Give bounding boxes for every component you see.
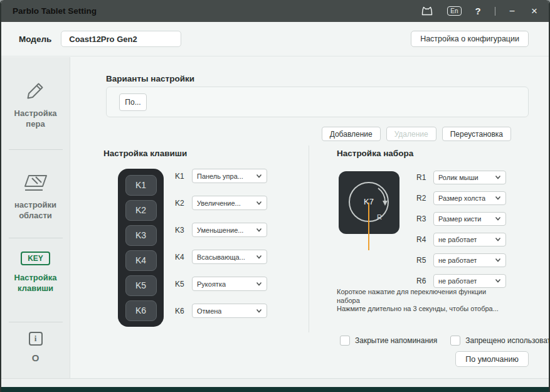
add-profile-button[interactable]: Добавление	[322, 127, 381, 141]
dial-row: R4 не работает	[416, 232, 506, 246]
dial-section-title: Настройка набора	[337, 149, 413, 158]
sidebar-item-label: настройки области	[1, 199, 70, 221]
bottom-bar	[1, 387, 549, 392]
model-label: Модель	[19, 34, 51, 44]
dial-label: R1	[416, 173, 428, 182]
dial-hint-short-press: Короткое нажатие для переключения функци…	[337, 288, 495, 305]
dial-pointer-line	[368, 203, 369, 250]
content: Настройка пера настройки области KEY Нас…	[1, 57, 549, 378]
header: Модель Coast12Pro Gen2 Настройка о конфи…	[1, 22, 549, 56]
titlebar-controls: En ? − ×	[421, 5, 537, 18]
key-row: K2 Увеличение...	[175, 196, 267, 210]
key-function-rows: K1 Панель упра... K2 Увеличение... K3	[175, 169, 267, 318]
dial-mode-label: R	[377, 213, 382, 221]
key-function-select[interactable]: Рукоятка	[192, 277, 267, 291]
sidebar-item-pen-settings[interactable]: Настройка пера	[1, 57, 70, 149]
info-icon: i	[29, 332, 43, 346]
default-button[interactable]: По умолчанию	[455, 351, 529, 367]
key-label: K6	[175, 307, 186, 315]
key-k2-graphic: K2	[125, 200, 157, 221]
key-label: K1	[175, 172, 186, 181]
config-button[interactable]: Настройка о конфигурации	[411, 31, 529, 47]
sidebar-item-key-settings[interactable]: KEY Настройка клавиши	[1, 238, 70, 322]
pen-icon	[25, 80, 46, 101]
reset-profile-button[interactable]: Переустановка	[442, 127, 511, 141]
chevron-down-icon	[256, 282, 262, 286]
dial-hint-long-press: Нажмите длительно на 3 секунды, чтобы от…	[337, 305, 525, 314]
delete-profile-button[interactable]: Удаление	[386, 127, 436, 141]
key-row: K5 Рукоятка	[175, 277, 267, 291]
disable-use-checkbox[interactable]	[450, 336, 460, 346]
profile-button[interactable]: По...	[119, 93, 147, 111]
dial-label: R4	[416, 235, 428, 244]
model-value: Coast12Pro Gen2	[69, 34, 137, 44]
main-panel: Варианты настройки По... Добавление Удал…	[70, 57, 549, 378]
chevron-down-icon	[495, 237, 501, 241]
tablet-keys-graphic: K1 K2 K3 K4 K5 K6	[118, 169, 164, 327]
dial-row: R2 Размер холста	[416, 191, 506, 205]
key-function-select[interactable]: Отмена	[192, 304, 267, 318]
sidebar-item-label: Настройка клавиши	[1, 272, 70, 294]
key-row: K4 Всасывающа...	[175, 250, 267, 264]
cat-logo-icon[interactable]	[421, 6, 433, 16]
chevron-down-icon	[256, 255, 262, 259]
chevron-down-icon	[495, 196, 501, 200]
close-reminder-checkbox[interactable]	[340, 336, 350, 346]
key-function-select[interactable]: Увеличение...	[192, 196, 267, 210]
key-function-select[interactable]: Панель упра...	[192, 169, 267, 183]
dial-label: R6	[416, 277, 428, 285]
chevron-down-icon	[495, 258, 501, 262]
dial-function-select[interactable]: Размер холста	[433, 191, 506, 205]
area-icon	[23, 174, 48, 193]
dial-arrow-icon	[383, 201, 388, 206]
dial-label: R3	[416, 215, 428, 223]
key-k6-graphic: K6	[125, 300, 157, 321]
profile-actions: Добавление Удаление Переустановка	[322, 127, 511, 141]
key-function-select[interactable]: Всасывающа...	[192, 250, 267, 264]
chevron-down-icon	[495, 175, 501, 179]
app-window: Parblo Tablet Setting En ? − × Модель Co…	[0, 0, 550, 392]
titlebar: Parblo Tablet Setting En ? − ×	[1, 0, 549, 22]
titlebar-divider	[495, 7, 495, 16]
minimize-button[interactable]: −	[509, 6, 515, 17]
help-icon[interactable]: ?	[475, 6, 481, 16]
sidebar: Настройка пера настройки области KEY Нас…	[1, 57, 70, 378]
footer-strip	[1, 378, 549, 387]
window-title: Parblo Tablet Setting	[13, 6, 97, 16]
dial-function-select[interactable]: Размер кисти	[433, 212, 506, 226]
dial-function-select[interactable]: не работает	[433, 233, 506, 246]
key-badge-icon: KEY	[21, 252, 50, 265]
dial-function-rows: R1 Ролик мыши R2 Размер холста R3	[416, 170, 506, 288]
dial-label: R2	[416, 194, 428, 203]
key-k5-graphic: K5	[125, 275, 157, 296]
dial-row: R3 Размер кисти	[416, 211, 506, 226]
sidebar-item-area-settings[interactable]: настройки области	[1, 150, 70, 238]
dial-hints: Короткое нажатие для переключения функци…	[337, 288, 525, 314]
chevron-down-icon	[256, 309, 262, 313]
profiles-panel: По...	[106, 87, 529, 117]
disable-use-label: Запрещено использовать	[465, 336, 550, 345]
key-label: K3	[175, 226, 186, 235]
sidebar-item-label: О	[27, 352, 45, 363]
dial-function-select[interactable]: не работает	[433, 253, 506, 267]
keys-section-title: Настройка клавиши	[103, 149, 187, 158]
language-icon[interactable]: En	[447, 6, 461, 16]
dial-label: R5	[416, 256, 428, 265]
key-label: K5	[175, 280, 186, 289]
column-divider	[309, 146, 309, 332]
footer-checkboxes: Закрытие напоминания Запрещено использов…	[340, 336, 550, 346]
chevron-down-icon	[256, 201, 262, 205]
dial-function-select[interactable]: не работает	[433, 274, 506, 288]
dial-function-select[interactable]: Ролик мыши	[433, 171, 506, 184]
key-k4-graphic: K4	[125, 250, 157, 271]
chevron-down-icon	[495, 278, 501, 283]
key-label: K4	[175, 253, 186, 262]
key-row: K3 Уменьшение...	[175, 223, 267, 237]
key-function-select[interactable]: Уменьшение...	[192, 223, 267, 237]
model-value-box[interactable]: Coast12Pro Gen2	[61, 31, 181, 47]
key-k3-graphic: K3	[125, 225, 157, 246]
profiles-section-title: Варианты настройки	[106, 74, 194, 83]
close-button[interactable]: ×	[531, 5, 537, 18]
key-k1-graphic: K1	[125, 175, 157, 196]
sidebar-item-about[interactable]: i О	[1, 322, 70, 378]
